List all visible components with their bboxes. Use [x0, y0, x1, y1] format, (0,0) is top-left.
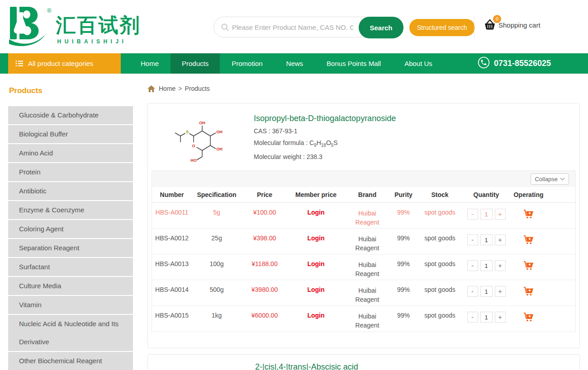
search-input[interactable] — [232, 18, 353, 36]
cell-number[interactable]: HBS-A0013 — [152, 260, 192, 280]
sidebar-item[interactable]: Enzyme & Coenzyme — [8, 201, 133, 219]
chemical-structure-image[interactable]: O OH OH OH HO S — [168, 115, 231, 167]
sidebar-items: Glucoside & CarbohydrateBiological Buffe… — [8, 106, 133, 370]
all-categories-button[interactable]: All product categories — [8, 53, 121, 74]
sidebar-item[interactable]: Vitamin — [8, 296, 133, 314]
quantity-minus-button[interactable]: - — [467, 209, 478, 220]
quantity-plus-button[interactable]: + — [495, 260, 506, 271]
nav-item[interactable]: Home — [129, 53, 171, 74]
sidebar-item[interactable]: Biological Buffer — [8, 125, 133, 143]
nav-item[interactable]: Promotion — [220, 53, 274, 74]
svg-text:OH: OH — [216, 130, 223, 134]
sidebar-item[interactable]: Separation Reagent — [8, 239, 133, 257]
col-purity: Purity — [390, 191, 417, 198]
quantity-minus-button[interactable]: - — [467, 286, 478, 297]
cart-plus-icon — [523, 316, 534, 323]
add-to-cart-button[interactable] — [523, 261, 534, 272]
breadcrumb-current: Products — [185, 85, 210, 92]
login-link[interactable]: Login — [307, 312, 324, 319]
product-meta: Isopropyl-beta-D-thiogalactopyranoside C… — [254, 110, 396, 167]
cart-label: Shopping cart — [498, 21, 541, 29]
login-link[interactable]: Login — [307, 209, 324, 216]
logo-text: 汇百试剂 HUIBAISHIJI — [56, 14, 141, 50]
product-title-link[interactable]: Isopropyl-beta-D-thiogalactopyranoside — [254, 114, 396, 123]
site-logo[interactable]: ® 汇百试剂 HUIBAISHIJI — [8, 5, 141, 50]
phone-icon — [478, 56, 490, 71]
cell-operating — [509, 286, 548, 305]
quantity-input[interactable] — [480, 209, 493, 220]
cell-number[interactable]: HBS-A0014 — [152, 286, 192, 305]
col-stock: Stock — [417, 191, 463, 198]
cell-number[interactable]: HBS-A0011 — [152, 209, 192, 228]
sidebar-item[interactable]: Protein — [8, 163, 133, 181]
cell-purity: 99% — [390, 312, 417, 332]
login-link[interactable]: Login — [307, 234, 324, 242]
quantity-stepper: - + — [463, 209, 509, 228]
cell-stock: spot goods — [417, 209, 463, 228]
cell-price: ¥100.00 — [242, 209, 288, 228]
svg-text:O: O — [192, 144, 195, 148]
search-button[interactable]: Search — [359, 17, 403, 38]
cell-number[interactable]: HBS-A0015 — [152, 312, 192, 332]
quantity-plus-button[interactable]: + — [495, 234, 506, 245]
quantity-minus-button[interactable]: - — [467, 234, 478, 245]
col-member-price: Member price — [288, 191, 344, 198]
weight-value: 238.3 — [307, 153, 322, 160]
sidebar-item[interactable]: Nucleic Acid & Nucleotide and Its Deriva… — [8, 315, 133, 351]
next-product-title-link[interactable]: 2-|cis|,4-|trans|-Abscisic acid — [255, 362, 579, 370]
quantity-minus-button[interactable]: - — [467, 260, 478, 271]
quantity-stepper: - + — [463, 286, 509, 305]
cell-number[interactable]: HBS-A0012 — [152, 234, 192, 254]
sidebar-item[interactable]: Amino Acid — [8, 144, 133, 162]
nav-item[interactable]: Products — [171, 53, 220, 74]
svg-text:OH: OH — [216, 147, 223, 151]
cell-brand: Huibai Reagent — [351, 312, 383, 332]
login-link[interactable]: Login — [307, 286, 324, 293]
cell-specification: 25g — [192, 234, 242, 254]
cell-member-price: Login — [288, 260, 344, 280]
quantity-input[interactable] — [480, 234, 493, 245]
sidebar-item[interactable]: Antibiotic — [8, 182, 133, 200]
cell-specification: 500g — [192, 286, 242, 305]
add-to-cart-button[interactable] — [523, 209, 534, 220]
cell-purity: 99% — [390, 286, 417, 305]
breadcrumb-home-link[interactable]: Home — [159, 85, 175, 92]
cell-specification: 1kg — [192, 312, 242, 332]
sidebar-item[interactable]: Glucoside & Carbohydrate — [8, 106, 133, 124]
quantity-plus-button[interactable]: + — [495, 286, 506, 297]
cell-operating — [509, 209, 548, 228]
add-to-cart-button[interactable] — [523, 312, 534, 323]
nav-item[interactable]: About Us — [393, 53, 444, 74]
home-icon[interactable] — [147, 85, 155, 92]
add-to-cart-button[interactable] — [523, 286, 534, 297]
quantity-input[interactable] — [480, 312, 493, 323]
cell-specification: 100g — [192, 260, 242, 280]
cell-brand: Huibai Reagent — [351, 209, 383, 228]
quantity-input[interactable] — [480, 286, 493, 297]
quantity-minus-button[interactable]: - — [467, 312, 478, 323]
sidebar-item[interactable]: Culture Media — [8, 277, 133, 295]
nav-item[interactable]: Bonus Points Mall — [315, 53, 393, 74]
collapse-button[interactable]: Collapse — [531, 173, 569, 185]
cart-plus-icon — [523, 290, 534, 297]
quantity-plus-button[interactable]: + — [495, 209, 506, 220]
svg-text:HO: HO — [190, 158, 197, 163]
sidebar-item[interactable]: Other Biochemical Reagent — [8, 352, 133, 370]
shopping-cart-link[interactable]: 0 Shopping cart — [483, 19, 541, 31]
next-product-card: 2-|cis|,4-|trans|-Abscisic acid — [147, 354, 580, 370]
add-to-cart-button[interactable] — [523, 235, 534, 246]
login-link[interactable]: Login — [307, 260, 324, 267]
sidebar-item[interactable]: Surfactant — [8, 258, 133, 276]
nav-item[interactable]: News — [275, 53, 315, 74]
cell-member-price: Login — [288, 234, 344, 254]
quantity-stepper: - + — [463, 260, 509, 280]
cell-stock: spot goods — [417, 234, 463, 254]
cell-brand: Huibai Reagent — [351, 260, 383, 280]
sidebar-item[interactable]: Coloring Agent — [8, 220, 133, 238]
quantity-plus-button[interactable]: + — [495, 312, 506, 323]
cell-member-price: Login — [288, 286, 344, 305]
quantity-input[interactable] — [480, 260, 493, 271]
structured-search-button[interactable]: Structured search — [409, 19, 475, 36]
breadcrumb-separator: > — [178, 85, 182, 92]
col-number: Number — [152, 191, 192, 198]
